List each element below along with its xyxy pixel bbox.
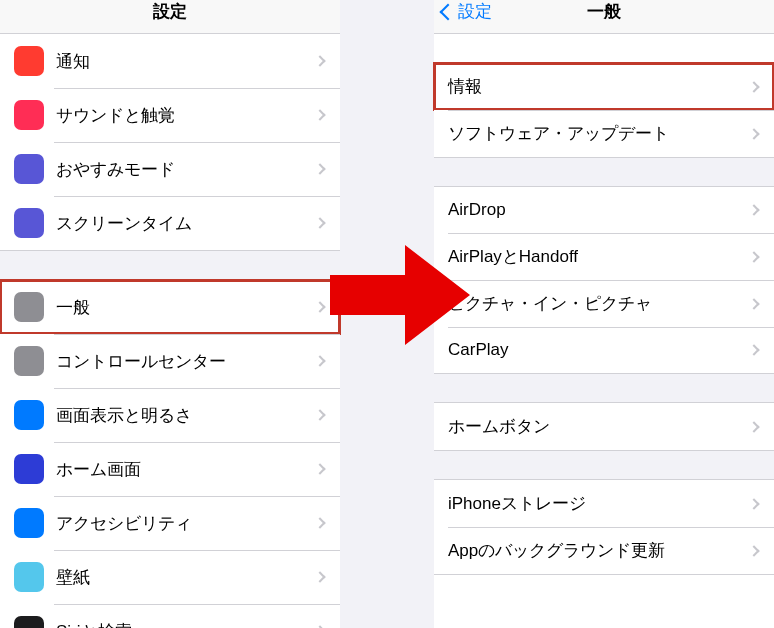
navbar-left: 設定 <box>0 0 340 34</box>
nav-title-right: 一般 <box>587 0 621 23</box>
chevron-right-icon <box>314 571 325 582</box>
list-item[interactable]: 一般 <box>0 280 340 334</box>
row-label: おやすみモード <box>56 158 316 181</box>
nav-title-left: 設定 <box>153 0 187 23</box>
row-label: iPhoneストレージ <box>448 492 750 515</box>
row-label: コントロールセンター <box>56 350 316 373</box>
display-icon <box>14 400 44 430</box>
list-item[interactable]: 壁紙 <box>0 550 340 604</box>
general-group-4: iPhoneストレージAppのバックグラウンド更新 <box>434 479 774 575</box>
settings-group-1: 通知サウンドと触覚おやすみモードスクリーンタイム <box>0 34 340 251</box>
notifications-icon <box>14 46 44 76</box>
row-label: 壁紙 <box>56 566 316 589</box>
chevron-right-icon <box>314 517 325 528</box>
sounds-icon <box>14 100 44 130</box>
list-item[interactable]: AirPlayとHandoff <box>434 233 774 280</box>
general-group-3: ホームボタン <box>434 402 774 451</box>
list-item[interactable]: ホームボタン <box>434 403 774 450</box>
list-item[interactable]: 画面表示と明るさ <box>0 388 340 442</box>
chevron-right-icon <box>748 421 759 432</box>
row-label: スクリーンタイム <box>56 212 316 235</box>
siri-icon <box>14 616 44 628</box>
chevron-right-icon <box>314 301 325 312</box>
row-label: 画面表示と明るさ <box>56 404 316 427</box>
row-label: アクセシビリティ <box>56 512 316 535</box>
list-item[interactable]: おやすみモード <box>0 142 340 196</box>
do-not-disturb-icon <box>14 154 44 184</box>
chevron-left-icon <box>440 3 457 20</box>
row-label: サウンドと触覚 <box>56 104 316 127</box>
chevron-right-icon <box>748 204 759 215</box>
general-icon <box>14 292 44 322</box>
navbar-right: 設定 一般 <box>434 0 774 34</box>
back-label: 設定 <box>458 0 492 23</box>
list-item[interactable]: ホーム画面 <box>0 442 340 496</box>
accessibility-icon <box>14 508 44 538</box>
control-center-icon <box>14 346 44 376</box>
row-label: AirDrop <box>448 200 750 220</box>
row-label: ソフトウェア・アップデート <box>448 122 750 145</box>
settings-screen: 設定 通知サウンドと触覚おやすみモードスクリーンタイム 一般コントロールセンター… <box>0 0 340 628</box>
list-item[interactable]: サウンドと触覚 <box>0 88 340 142</box>
row-label: CarPlay <box>448 340 750 360</box>
row-label: ホームボタン <box>448 415 750 438</box>
chevron-right-icon <box>748 251 759 262</box>
row-label: ピクチャ・イン・ピクチャ <box>448 292 750 315</box>
row-label: 一般 <box>56 296 316 319</box>
list-item[interactable]: CarPlay <box>434 327 774 373</box>
home-screen-icon <box>14 454 44 484</box>
row-label: AirPlayとHandoff <box>448 245 750 268</box>
general-group-2: AirDropAirPlayとHandoffピクチャ・イン・ピクチャCarPla… <box>434 186 774 374</box>
chevron-right-icon <box>748 498 759 509</box>
list-item[interactable]: iPhoneストレージ <box>434 480 774 527</box>
list-item[interactable]: 情報 <box>434 63 774 110</box>
back-button[interactable]: 設定 <box>442 0 492 23</box>
chevron-right-icon <box>314 355 325 366</box>
chevron-right-icon <box>314 463 325 474</box>
row-label: Siriと検索 <box>56 620 316 629</box>
list-item[interactable]: スクリーンタイム <box>0 196 340 250</box>
list-item[interactable]: ピクチャ・イン・ピクチャ <box>434 280 774 327</box>
row-label: ホーム画面 <box>56 458 316 481</box>
general-group-1: 情報ソフトウェア・アップデート <box>434 62 774 158</box>
row-label: 情報 <box>448 75 750 98</box>
chevron-right-icon <box>314 217 325 228</box>
chevron-right-icon <box>314 409 325 420</box>
chevron-right-icon <box>748 545 759 556</box>
screen-time-icon <box>14 208 44 238</box>
chevron-right-icon <box>748 298 759 309</box>
list-item[interactable]: Siriと検索 <box>0 604 340 628</box>
settings-group-2: 一般コントロールセンター画面表示と明るさホーム画面アクセシビリティ壁紙Siriと… <box>0 279 340 628</box>
chevron-right-icon <box>314 55 325 66</box>
chevron-right-icon <box>748 81 759 92</box>
chevron-right-icon <box>314 163 325 174</box>
list-item[interactable]: Appのバックグラウンド更新 <box>434 527 774 574</box>
row-label: 通知 <box>56 50 316 73</box>
wallpaper-icon <box>14 562 44 592</box>
general-screen: 設定 一般 情報ソフトウェア・アップデート AirDropAirPlayとHan… <box>434 0 774 628</box>
chevron-right-icon <box>748 344 759 355</box>
list-item[interactable]: AirDrop <box>434 187 774 233</box>
content-left: 通知サウンドと触覚おやすみモードスクリーンタイム 一般コントロールセンター画面表… <box>0 34 340 628</box>
list-item[interactable]: 通知 <box>0 34 340 88</box>
chevron-right-icon <box>314 109 325 120</box>
list-item[interactable]: ソフトウェア・アップデート <box>434 110 774 157</box>
content-right: 情報ソフトウェア・アップデート AirDropAirPlayとHandoffピク… <box>434 62 774 575</box>
list-item[interactable]: アクセシビリティ <box>0 496 340 550</box>
chevron-right-icon <box>748 128 759 139</box>
list-item[interactable]: コントロールセンター <box>0 334 340 388</box>
row-label: Appのバックグラウンド更新 <box>448 539 750 562</box>
